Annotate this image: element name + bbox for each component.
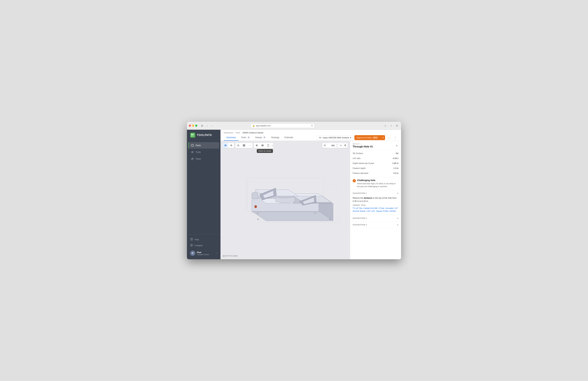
collapse-icon	[190, 244, 193, 247]
tab-strategy[interactable]: Strategy	[269, 134, 282, 141]
layers-button[interactable]	[260, 143, 265, 148]
close-button[interactable]	[189, 125, 191, 127]
minimize-button[interactable]	[192, 125, 194, 127]
sidebar-nav: Parts Tools	[187, 141, 220, 234]
tab-setups[interactable]: Setups 4	[252, 134, 269, 141]
new-tab-button[interactable]: +	[389, 124, 393, 127]
tab-summary[interactable]: Summary	[224, 134, 238, 141]
prop-feature-diameter-label: Feature diameter	[353, 172, 368, 174]
tab-tools-label: Tools	[241, 136, 246, 139]
user-name: Paul	[197, 251, 215, 253]
svg-rect-15	[243, 146, 244, 146]
challenge-section: ! Challenging Hole Holes that have high …	[350, 177, 401, 190]
zoom-up-button[interactable]: ▲	[336, 143, 338, 145]
collapse-label: Collapse	[195, 244, 203, 247]
refresh-icon[interactable]: ↻	[311, 125, 313, 127]
zoom-fit-button[interactable]	[343, 143, 348, 148]
viewer-panel: ⋯	[220, 141, 401, 259]
panel-title: Through Hole #1	[353, 145, 373, 148]
suggestion-3-section: SUGGESTION 3 ∨	[350, 222, 401, 228]
svg-marker-52	[252, 211, 319, 212]
panel-close-button[interactable]: ✕	[395, 144, 399, 147]
breadcrumb-sep-2: ›	[241, 132, 242, 134]
tooltip-text: Zoom to cursor	[258, 150, 271, 152]
user-sub: Toolpath Social	[197, 253, 215, 255]
suggestion-3-header[interactable]: SUGGESTION 3 ∨	[350, 222, 401, 228]
export-button[interactable]: Export to Fusion Beta ▾	[354, 135, 385, 140]
breadcrumb-parts[interactable]: Parts	[236, 132, 240, 134]
svg-point-45	[257, 213, 258, 214]
user-info: Paul Toolpath Social	[197, 251, 215, 255]
app-window: ⊞ ‹ › 🔒 app.toolpath.com ↻ ⎋ + ⧉	[187, 122, 401, 259]
parts-icon	[191, 144, 194, 147]
content-header: Dashboard › Parts › DEMO Undercut Island…	[220, 130, 401, 141]
svg-rect-1	[193, 134, 194, 135]
rotate-button[interactable]	[265, 143, 271, 148]
suggestion-1-label: SUGGESTION 1	[353, 192, 367, 194]
transform-button[interactable]	[235, 143, 241, 148]
zoom-search-button[interactable]	[322, 143, 327, 148]
share-button[interactable]: ⎋	[383, 124, 388, 127]
svg-point-47	[329, 219, 331, 220]
analysis-group: ▾	[254, 143, 273, 148]
tabs-button[interactable]: ⧉	[395, 124, 399, 127]
zoom-stepper: ▲ ▼	[335, 143, 338, 148]
sidebar-item-tools[interactable]: Tools	[188, 149, 219, 155]
back-button[interactable]: ‹	[205, 124, 210, 127]
avatar-initials: P	[192, 252, 193, 254]
sidebar-bottom: Help Collapse P Pau	[187, 234, 220, 259]
3d-viewer[interactable]: ⋯	[220, 141, 350, 259]
sidebar-item-label-tools: Tools	[196, 151, 201, 153]
right-panel: SETUP 1 Through Hole #1 ✕ 3D Surface No …	[350, 141, 401, 259]
panel-properties: 3D Surface No L/D ratio 4.34:1 Depth bel…	[350, 150, 401, 177]
grid-button[interactable]	[241, 143, 247, 148]
svg-rect-2	[191, 135, 192, 136]
download-button[interactable]: ↓	[386, 135, 392, 140]
pan-button[interactable]	[228, 143, 234, 148]
prop-depth-below: Depth below top of part 1.65 in	[350, 161, 401, 166]
orbit-button[interactable]	[223, 143, 228, 148]
rotate-dropdown-icon[interactable]: ▾	[271, 145, 273, 146]
challenge-desc: Holes that have high L/D ratios or are d…	[357, 182, 399, 188]
sidebar-item-parts[interactable]: Parts	[188, 142, 219, 149]
ruler-icon	[223, 255, 225, 257]
forward-button[interactable]: ›	[210, 124, 215, 127]
svg-point-49	[254, 206, 257, 208]
svg-point-19	[324, 145, 325, 146]
tab-summary-label: Summary	[226, 136, 236, 139]
prop-ld-ratio-label: L/D ratio	[353, 157, 360, 159]
sidebar-logo: TOOLPATH	[187, 130, 220, 141]
suggestion-3-chevron-icon: ∨	[397, 224, 399, 226]
breadcrumb-sep-1: ›	[234, 132, 235, 134]
grid-view-button[interactable]: ⊞	[200, 124, 204, 127]
panel-header: SETUP 1 Through Hole #1 ✕	[350, 141, 401, 150]
zoom-input[interactable]	[327, 143, 335, 148]
suggestion-1-header[interactable]: SUGGESTION 1 ∧	[350, 190, 401, 196]
challenge-header: ! Challenging Hole Holes that have high …	[353, 179, 399, 188]
tab-tools[interactable]: Tools 5	[238, 134, 252, 141]
prop-feature-diameter-value: 0.3 in	[393, 172, 399, 174]
collapse-button[interactable]: Collapse	[188, 243, 219, 248]
prop-ld-ratio: L/D ratio 4.34:1	[350, 156, 401, 161]
titlebar: ⊞ ‹ › 🔒 app.toolpath.com ↻ ⎋ + ⧉	[187, 122, 401, 130]
tools-icon	[191, 151, 194, 154]
titlebar-right-actions: ⎋ + ⧉	[383, 124, 399, 127]
help-button[interactable]: Help	[188, 237, 219, 243]
machine-selector[interactable]: AI - Haas UMC500 With Surface ▾	[317, 135, 353, 140]
sidebar-item-team[interactable]: Team	[188, 156, 219, 162]
suggestion-2-header[interactable]: SUGGESTION 2 ∨	[350, 215, 401, 221]
lock-icon: 🔒	[252, 125, 255, 127]
more-view-button[interactable]: ⋯	[247, 143, 252, 148]
export-btn-dropdown-icon[interactable]: ▾	[381, 135, 385, 140]
more-options-button[interactable]: ⋮	[393, 135, 398, 140]
url-bar[interactable]: 🔒 app.toolpath.com ↻	[251, 123, 315, 128]
maximize-button[interactable]	[195, 125, 197, 127]
svg-point-17	[256, 145, 258, 146]
zoom-down-button[interactable]: ▼	[336, 145, 338, 148]
breadcrumb-dashboard[interactable]: Dashboard	[224, 132, 233, 134]
tab-estimate[interactable]: Estimate	[282, 134, 296, 141]
url-text: app.toolpath.com	[256, 125, 271, 127]
analysis-button[interactable]	[254, 143, 260, 148]
content-area: Dashboard › Parts › DEMO Undercut Island…	[220, 130, 401, 259]
user-profile[interactable]: P Paul Toolpath Social ›	[188, 249, 219, 257]
